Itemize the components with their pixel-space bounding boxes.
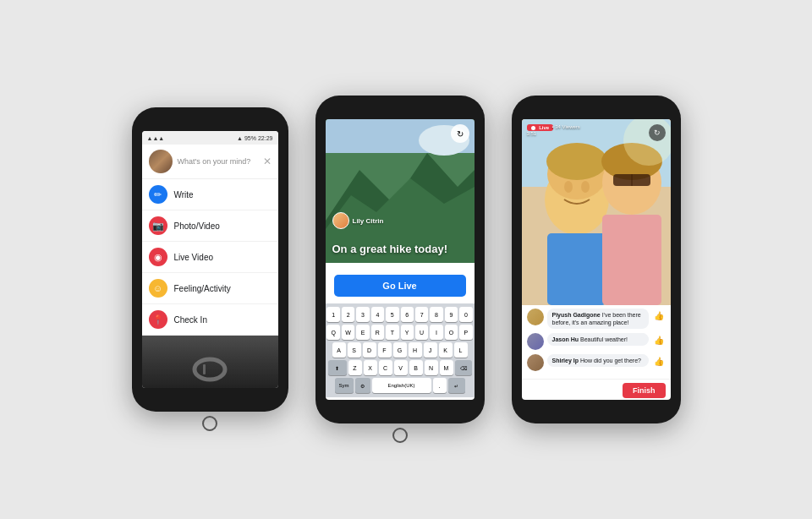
feeling-label: Feeling/Activity (174, 284, 231, 293)
photo-icon: 📷 (149, 216, 167, 235)
key-b[interactable]: B (409, 360, 423, 375)
comment-bubble-2: Jason Hu Beautiful weather! (547, 333, 649, 346)
go-live-button[interactable]: Go Live (334, 275, 466, 297)
key-a[interactable]: A (332, 342, 346, 358)
phone-bottom-1 (132, 412, 288, 435)
key-o[interactable]: O (445, 325, 458, 340)
key-1[interactable]: 1 (326, 307, 339, 322)
key-shift[interactable]: ⬆ (328, 360, 347, 375)
key-z[interactable]: Z (348, 360, 362, 375)
key-space[interactable]: English(UK) (372, 378, 431, 393)
stream-timer: 3:51 (527, 131, 537, 136)
key-f[interactable]: F (378, 342, 392, 358)
post-background-image (142, 336, 278, 388)
key-h[interactable]: H (409, 342, 422, 358)
comments-section: Piyush Gadigone I've been there before, … (522, 305, 671, 379)
key-m[interactable]: M (440, 360, 453, 375)
key-8[interactable]: 8 (430, 307, 442, 322)
home-button-2[interactable] (392, 428, 408, 443)
comment-avatar-1 (527, 309, 544, 325)
key-period[interactable]: . (433, 378, 447, 393)
user-avatar (149, 150, 173, 173)
comment-item-2: Jason Hu Beautiful weather! 👍 (527, 333, 666, 350)
key-n[interactable]: N (425, 360, 438, 375)
live-indicator: Live (527, 124, 554, 131)
menu-item-checkin[interactable]: 📍 Check In (142, 304, 278, 336)
live-dot (531, 126, 535, 130)
key-0[interactable]: 0 (459, 307, 472, 322)
key-k[interactable]: K (439, 342, 453, 358)
comment-text-3-body: How did you get there? (580, 358, 641, 363)
keyboard-row-zxcv: ⬆ Z X C V B N M ⌫ (327, 360, 473, 375)
keyboard-row-numbers: 1 2 3 4 5 6 7 8 9 0 (327, 307, 473, 322)
svg-rect-19 (602, 215, 661, 305)
key-t[interactable]: T (386, 325, 398, 340)
comment-text-2-body: Beautiful weather! (580, 336, 628, 342)
key-3[interactable]: 3 (356, 307, 369, 322)
key-u[interactable]: U (415, 325, 428, 340)
finish-button[interactable]: Finish (623, 383, 666, 398)
menu-list: ✏ Write 📷 Photo/Video ◉ Live Video ☺ Fee… (142, 179, 278, 336)
key-i[interactable]: I (430, 325, 442, 340)
key-sym[interactable]: Sym (335, 378, 354, 393)
key-g[interactable]: G (393, 342, 407, 358)
checkin-icon: 📍 (149, 310, 167, 329)
key-y[interactable]: Y (401, 325, 414, 340)
menu-item-write[interactable]: ✏ Write (142, 179, 278, 210)
key-2[interactable]: 2 (342, 307, 354, 322)
comment-avatar-3 (527, 354, 544, 371)
feeling-icon: ☺ (149, 279, 167, 298)
key-d[interactable]: D (363, 342, 376, 358)
key-e[interactable]: E (356, 325, 369, 340)
comment-like-button-1[interactable]: 👍 (652, 309, 666, 322)
comment-avatar-2 (527, 333, 544, 350)
key-j[interactable]: J (424, 342, 437, 358)
phone-bottom-2 (315, 423, 485, 447)
live-user-avatar (332, 212, 349, 229)
post-header: What's on your mind? ✕ (142, 145, 278, 179)
phone-2: Lily Citrin On a great hike today! 🌐 PUB… (315, 96, 485, 423)
svg-point-11 (546, 143, 607, 180)
comment-like-button-2[interactable]: 👍 (652, 333, 666, 347)
battery-text: 95% (244, 135, 256, 141)
key-c[interactable]: C (379, 360, 392, 375)
key-4[interactable]: 4 (371, 307, 384, 322)
key-x[interactable]: X (364, 360, 377, 375)
comment-bubble-3: Shirley Ip How did you get there? (547, 354, 649, 367)
menu-item-feeling[interactable]: ☺ Feeling/Activity (142, 273, 278, 304)
menu-item-photo[interactable]: 📷 Photo/Video (142, 210, 278, 242)
signal-icon: ▲▲▲ (147, 135, 165, 141)
write-label: Write (174, 190, 194, 199)
key-v[interactable]: V (394, 360, 408, 375)
key-q[interactable]: Q (326, 325, 339, 340)
key-w[interactable]: W (342, 325, 354, 340)
key-l[interactable]: L (454, 342, 468, 358)
key-r[interactable]: R (371, 325, 384, 340)
key-s[interactable]: S (348, 342, 361, 358)
key-6[interactable]: 6 (401, 307, 414, 322)
key-settings[interactable]: ⚙ (355, 378, 370, 393)
photo-label: Photo/Video (174, 221, 220, 231)
keyboard-row-qwerty: Q W E R T Y U I O P (327, 325, 473, 340)
time-display: 22:29 (258, 135, 273, 141)
keyboard: 1 2 3 4 5 6 7 8 9 0 Q W E R T Y U I O (326, 303, 475, 397)
svg-point-0 (195, 359, 225, 380)
menu-item-live[interactable]: ◉ Live Video (142, 242, 278, 273)
key-9[interactable]: 9 (445, 307, 458, 322)
post-prompt-text[interactable]: What's on your mind? (178, 157, 258, 166)
rotate-camera-button[interactable]: ↻ (451, 124, 469, 143)
key-backspace[interactable]: ⌫ (455, 360, 472, 375)
phone-3-screen: Live • 34 Viewers 3:51 ↻ Piyush Gadigone… (522, 119, 671, 400)
key-7[interactable]: 7 (415, 307, 428, 322)
live-caption: On a great hike today! (332, 243, 468, 256)
write-icon: ✏ (149, 185, 167, 204)
comment-like-button-3[interactable]: 👍 (652, 354, 666, 368)
rotate-camera-button-3[interactable]: ↻ (649, 124, 666, 141)
live-video-preview: Lily Citrin On a great hike today! 🌐 PUB… (326, 119, 475, 263)
comment-item-3: Shirley Ip How did you get there? 👍 (527, 354, 666, 371)
key-p[interactable]: P (459, 325, 472, 340)
key-enter[interactable]: ↵ (448, 378, 465, 393)
key-5[interactable]: 5 (386, 307, 398, 322)
close-button[interactable]: ✕ (263, 156, 272, 167)
home-button-1[interactable] (202, 416, 217, 431)
